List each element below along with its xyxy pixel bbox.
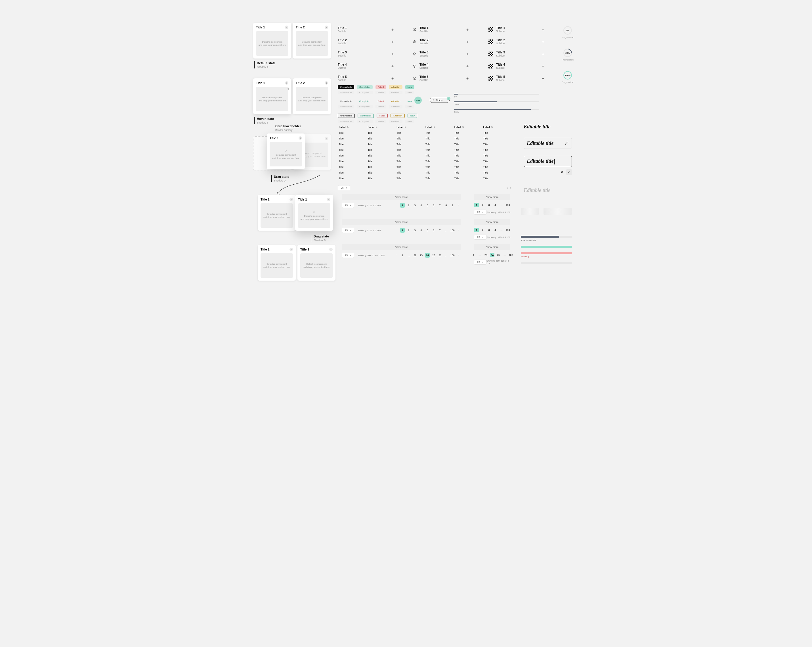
title-row[interactable]: Title 3Subtitle+	[488, 49, 545, 61]
add-icon[interactable]: +	[541, 76, 545, 80]
chip[interactable]: ☆ Chips 2	[430, 98, 450, 103]
add-icon[interactable]: +	[287, 86, 290, 91]
cancel-edit-button[interactable]: ✕	[559, 169, 565, 175]
card-dropzone[interactable]: ⟳ Detache component and drop your conten…	[298, 203, 330, 228]
tag-new[interactable]: New	[405, 85, 414, 89]
page-2[interactable]: 2	[406, 228, 411, 232]
show-more-button[interactable]: Show more	[342, 244, 461, 250]
show-more-button[interactable]: Show more	[342, 194, 461, 200]
add-icon[interactable]: +	[541, 28, 545, 32]
show-more-button[interactable]: Show more	[342, 219, 461, 225]
page-23[interactable]: 23	[484, 253, 488, 257]
add-icon[interactable]: +	[391, 28, 394, 32]
page-size-select[interactable]: 25▾	[342, 253, 354, 258]
pager-prev[interactable]: ‹	[394, 253, 398, 258]
page-24[interactable]: 24	[425, 253, 430, 258]
tag-new-text[interactable]: New	[405, 99, 414, 103]
add-icon[interactable]: +	[541, 40, 545, 44]
info-icon[interactable]: i	[285, 26, 288, 29]
info-icon[interactable]: i	[285, 81, 288, 85]
page-4[interactable]: 4	[419, 203, 423, 208]
title-row[interactable]: Title 1Subtitle+	[488, 24, 545, 37]
page-9[interactable]: 9	[450, 203, 455, 208]
add-icon[interactable]: +	[466, 64, 469, 68]
card-dropzone[interactable]: Detache component and drop your content …	[256, 87, 288, 111]
add-icon[interactable]: +	[391, 40, 394, 44]
page-size-select[interactable]: 25▾	[342, 203, 354, 208]
page-100[interactable]: 100	[450, 253, 455, 258]
table-row[interactable]: TitleTitleTitleTitleTitleTitle	[338, 164, 511, 170]
table-header-cell[interactable]: Label⇅	[367, 124, 395, 130]
title-row[interactable]: Title 5Subtitle+	[338, 73, 394, 86]
tag-attention[interactable]: Attention	[389, 85, 403, 89]
table-header-cell[interactable]: Label⇅	[395, 124, 424, 130]
info-icon[interactable]: i	[290, 248, 293, 251]
card-afterdrop-1[interactable]: Title 1 i ⟳ Detache component and drop y…	[295, 195, 333, 231]
page-100[interactable]: 100	[505, 228, 510, 232]
sort-icon[interactable]: ⇅	[433, 126, 435, 128]
info-icon[interactable]: i	[299, 136, 302, 140]
sort-icon[interactable]: ⇅	[462, 126, 464, 128]
tag-unavailable-outline[interactable]: Unavailable	[338, 113, 355, 118]
page-size-select[interactable]: 25 ▾	[338, 185, 350, 190]
card-dropzone[interactable]: Detache component and drop your content …	[296, 31, 328, 56]
tag-failed-text[interactable]: Failed	[375, 99, 386, 103]
title-row[interactable]: Title 1Subtitle+	[413, 24, 469, 37]
page-2[interactable]: 2	[481, 203, 485, 207]
card-final-1[interactable]: Title 1 i Detache component and drop you…	[298, 245, 336, 281]
title-row[interactable]: Title 4Subtitle+	[413, 61, 469, 73]
page-3[interactable]: 3	[487, 228, 491, 232]
page-1[interactable]: 1	[474, 228, 479, 232]
show-more-button[interactable]: Show more	[474, 194, 510, 200]
table-header-cell[interactable]: Label⇅	[424, 124, 453, 130]
card-dragging[interactable]: Title 1 i ⟳ Detache component and drop y…	[267, 133, 305, 169]
page-8[interactable]: 8	[444, 203, 449, 208]
title-row[interactable]: Title 2Subtitle+	[488, 37, 545, 49]
page-7[interactable]: 7	[438, 228, 442, 232]
table-row[interactable]: TitleTitleTitleTitleTitleTitle	[338, 170, 511, 176]
table-header-cell[interactable]: Label⇅	[453, 124, 482, 130]
add-icon[interactable]: +	[466, 76, 469, 80]
page-4[interactable]: 4	[419, 228, 423, 232]
page-5[interactable]: 5	[425, 203, 430, 208]
page-25[interactable]: 25	[496, 253, 501, 257]
card-hover-1[interactable]: Title 1 i + Detache component and drop y…	[253, 78, 291, 114]
card-final-2[interactable]: Title 2 i Detache component and drop you…	[258, 245, 296, 281]
card-default-2[interactable]: Title 2 i Detache component and drop you…	[293, 23, 331, 58]
card-dropzone[interactable]: Detache component and drop your content …	[296, 87, 328, 111]
table-header-cell[interactable]: Label⇅	[338, 124, 367, 130]
page-size-select[interactable]: 25▾	[474, 235, 487, 240]
page-4[interactable]: 4	[493, 203, 498, 207]
sort-icon[interactable]: ⇅	[347, 126, 349, 128]
page-3[interactable]: 3	[413, 228, 417, 232]
page-1[interactable]: 1	[400, 228, 405, 232]
show-more-button[interactable]: Show more	[474, 219, 510, 225]
sort-icon[interactable]: ⇅	[404, 126, 406, 128]
page-5[interactable]: 5	[425, 228, 430, 232]
card-dropzone[interactable]: Detache component and drop your content …	[256, 31, 288, 56]
pager-next[interactable]: ›	[456, 228, 461, 232]
sort-icon[interactable]: ⇅	[375, 126, 377, 128]
pager-next[interactable]: ›	[456, 203, 461, 208]
pager-next[interactable]: ›	[456, 253, 461, 258]
page-size-select[interactable]: 25▾	[474, 260, 487, 265]
add-icon[interactable]: +	[466, 28, 469, 32]
title-row[interactable]: Title 4Subtitle+	[488, 61, 545, 73]
add-icon[interactable]: +	[541, 64, 545, 68]
info-icon[interactable]: i	[325, 81, 328, 85]
page-4[interactable]: 4	[493, 228, 498, 232]
info-icon[interactable]: i	[290, 198, 293, 201]
tag-unavailable[interactable]: Unavailable	[338, 85, 354, 89]
confirm-edit-button[interactable]: ✓	[566, 169, 572, 175]
info-icon[interactable]: i	[329, 248, 333, 251]
table-row[interactable]: TitleTitleTitleTitleTitleTitle	[338, 153, 511, 159]
page-2[interactable]: 2	[481, 228, 485, 232]
page-25[interactable]: 25	[431, 253, 436, 258]
table-row[interactable]: TitleTitleTitleTitleTitleTitle	[338, 147, 511, 153]
table-row[interactable]: TitleTitleTitleTitleTitleTitle	[338, 176, 511, 181]
tag-failed[interactable]: Failed	[375, 85, 386, 89]
page-7[interactable]: 7	[438, 203, 442, 208]
tag-completed-outline[interactable]: Completed	[358, 113, 374, 118]
page-size-select[interactable]: 25▾	[474, 210, 487, 215]
page-1[interactable]: 1	[471, 253, 476, 257]
